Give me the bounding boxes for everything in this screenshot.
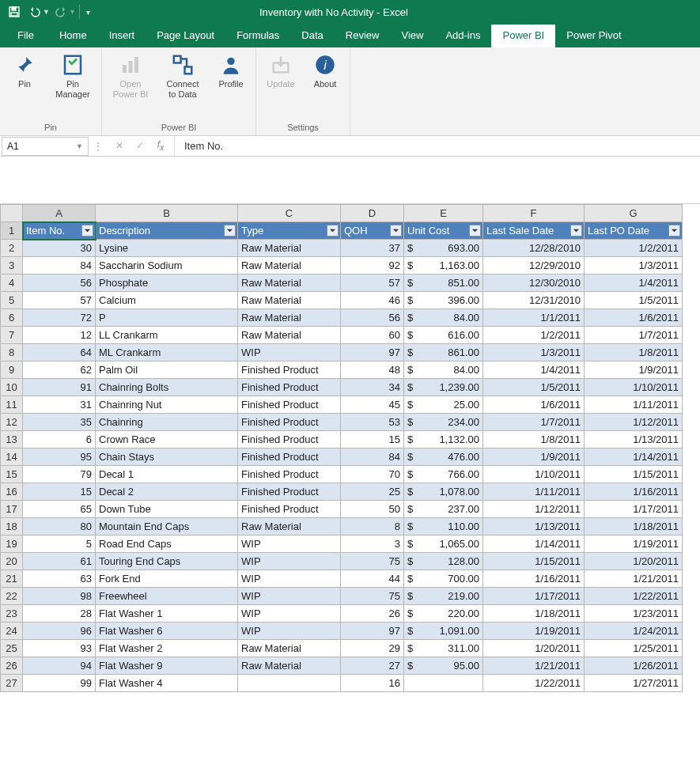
filter-dropdown-icon[interactable] xyxy=(81,225,93,237)
cell[interactable]: Finished Product xyxy=(238,414,341,431)
cell[interactable]: $766.00 xyxy=(404,466,483,483)
cell[interactable]: 1/11/2011 xyxy=(483,483,585,501)
column-header-E[interactable]: E xyxy=(404,205,483,222)
cell[interactable]: 1/2/2011 xyxy=(483,327,585,344)
table-row[interactable]: 1615Decal 2Finished Product25$1,078.001/… xyxy=(1,483,683,501)
tab-review[interactable]: Review xyxy=(335,25,391,47)
cell[interactable]: Raw Material xyxy=(238,257,341,274)
cell[interactable]: $1,091.00 xyxy=(404,623,483,640)
cell[interactable]: 27 xyxy=(341,657,404,675)
cell[interactable]: 1/16/2011 xyxy=(483,570,585,588)
cell[interactable]: 1/10/2011 xyxy=(585,379,683,396)
cell[interactable]: WIP xyxy=(238,588,341,605)
redo-icon[interactable] xyxy=(51,2,70,21)
cell[interactable]: 60 xyxy=(341,327,404,344)
filter-dropdown-icon[interactable] xyxy=(469,225,481,237)
filter-dropdown-icon[interactable] xyxy=(327,225,339,237)
table-row[interactable]: 962Palm OilFinished Product48$84.001/4/2… xyxy=(1,361,683,379)
cell[interactable]: 12/29/2010 xyxy=(483,257,585,274)
cell[interactable]: 1/20/2011 xyxy=(483,640,585,657)
cell[interactable]: Flat Washer 6 xyxy=(96,623,238,640)
row-header[interactable]: 7 xyxy=(1,327,23,344)
row-header[interactable]: 12 xyxy=(1,414,23,431)
cell[interactable]: Road End Caps xyxy=(96,536,238,553)
row-header[interactable]: 5 xyxy=(1,292,23,309)
cancel-icon[interactable]: ✕ xyxy=(112,140,127,151)
cell[interactable]: 75 xyxy=(341,588,404,605)
tab-formulas[interactable]: Formulas xyxy=(225,25,290,47)
cell[interactable]: 91 xyxy=(23,379,96,396)
cell[interactable]: WIP xyxy=(238,570,341,588)
cell[interactable]: Fork End xyxy=(96,570,238,588)
cell[interactable]: Flat Washer 4 xyxy=(96,675,238,692)
row-header[interactable]: 20 xyxy=(1,553,23,570)
column-header-F[interactable]: F xyxy=(483,205,585,222)
row-header[interactable]: 14 xyxy=(1,449,23,466)
cell[interactable]: $1,132.00 xyxy=(404,431,483,449)
cell[interactable]: Raw Material xyxy=(238,518,341,536)
qat-customize-icon[interactable]: ▾ xyxy=(83,2,94,21)
cell[interactable]: Palm Oil xyxy=(96,361,238,379)
cell[interactable]: $700.00 xyxy=(404,570,483,588)
tab-insert[interactable]: Insert xyxy=(98,25,146,47)
cell[interactable]: 15 xyxy=(341,431,404,449)
tab-home[interactable]: Home xyxy=(48,25,98,47)
tab-page-layout[interactable]: Page Layout xyxy=(146,25,225,47)
cell[interactable]: 1/6/2011 xyxy=(483,396,585,414)
cell[interactable]: 63 xyxy=(23,570,96,588)
cell[interactable]: Chainring Bolts xyxy=(96,379,238,396)
row-header[interactable]: 4 xyxy=(1,274,23,292)
cell[interactable]: 12/31/2010 xyxy=(483,292,585,309)
cell[interactable]: Crown Race xyxy=(96,431,238,449)
cell[interactable]: 3 xyxy=(341,536,404,553)
table-header-last-sale-date[interactable]: Last Sale Date xyxy=(483,222,585,240)
row-header[interactable]: 9 xyxy=(1,361,23,379)
cell[interactable]: $110.00 xyxy=(404,518,483,536)
cell[interactable]: 12/28/2010 xyxy=(483,240,585,257)
cell[interactable]: $234.00 xyxy=(404,414,483,431)
cell[interactable]: Down Tube xyxy=(96,501,238,518)
cell[interactable]: 1/8/2011 xyxy=(483,431,585,449)
cell[interactable]: 35 xyxy=(23,414,96,431)
cell[interactable]: 28 xyxy=(23,605,96,623)
cell[interactable]: Raw Material xyxy=(238,640,341,657)
row-header[interactable]: 23 xyxy=(1,605,23,623)
cell[interactable]: Phosphate xyxy=(96,274,238,292)
filter-dropdown-icon[interactable] xyxy=(390,225,402,237)
table-row[interactable]: 712LL CrankarmRaw Material60$616.001/2/2… xyxy=(1,327,683,344)
cell[interactable]: WIP xyxy=(238,344,341,361)
table-row[interactable]: 2694Flat Washer 9Raw Material27$95.001/2… xyxy=(1,657,683,675)
cell[interactable]: 37 xyxy=(341,240,404,257)
cell[interactable]: $1,239.00 xyxy=(404,379,483,396)
cell[interactable]: $861.00 xyxy=(404,344,483,361)
cell[interactable]: 1/14/2011 xyxy=(483,536,585,553)
cell[interactable]: $1,163.00 xyxy=(404,257,483,274)
table-row[interactable]: 557CalciumRaw Material46$396.0012/31/201… xyxy=(1,292,683,309)
cell[interactable]: 1/9/2011 xyxy=(483,449,585,466)
cell[interactable]: 65 xyxy=(23,501,96,518)
table-row[interactable]: 230LysineRaw Material37$693.0012/28/2010… xyxy=(1,240,683,257)
cell[interactable]: WIP xyxy=(238,605,341,623)
cell[interactable]: Chainring Nut xyxy=(96,396,238,414)
cell[interactable]: 72 xyxy=(23,309,96,327)
row-header[interactable]: 2 xyxy=(1,240,23,257)
cell[interactable]: 1/4/2011 xyxy=(483,361,585,379)
cell[interactable]: Chainring xyxy=(96,414,238,431)
cell[interactable]: $84.00 xyxy=(404,361,483,379)
tab-file[interactable]: File xyxy=(3,25,48,47)
cell[interactable]: $1,065.00 xyxy=(404,536,483,553)
table-row[interactable]: 384Saccharin SodiumRaw Material92$1,163.… xyxy=(1,257,683,274)
cell[interactable]: ML Crankarm xyxy=(96,344,238,361)
cell[interactable]: Chain Stays xyxy=(96,449,238,466)
row-header[interactable]: 6 xyxy=(1,309,23,327)
cell[interactable]: 26 xyxy=(341,605,404,623)
cell[interactable]: $95.00 xyxy=(404,657,483,675)
cell[interactable]: 1/13/2011 xyxy=(483,518,585,536)
row-header[interactable]: 17 xyxy=(1,501,23,518)
cell[interactable]: 57 xyxy=(23,292,96,309)
table-row[interactable]: 456PhosphateRaw Material57$851.0012/30/2… xyxy=(1,274,683,292)
cell[interactable]: Finished Product xyxy=(238,449,341,466)
cell[interactable]: 95 xyxy=(23,449,96,466)
row-header[interactable]: 13 xyxy=(1,431,23,449)
table-row[interactable]: 2799Flat Washer 4161/22/20111/27/2011 xyxy=(1,675,683,692)
